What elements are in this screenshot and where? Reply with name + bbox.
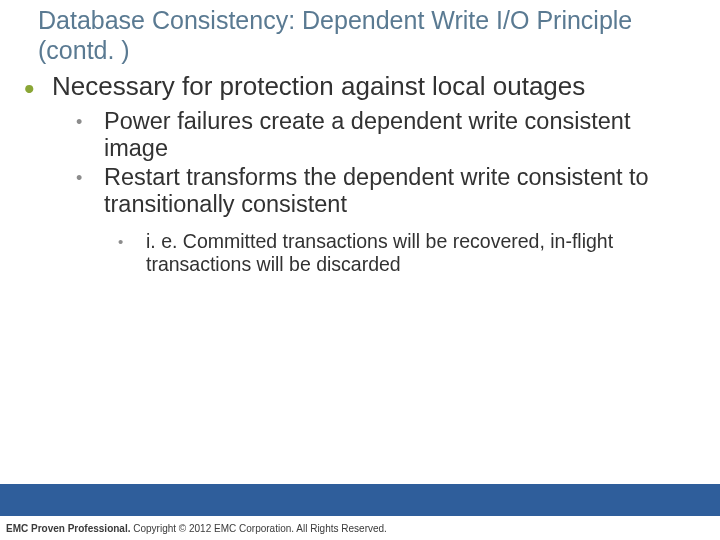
bullet-level-2: • Power failures create a dependent writ…	[76, 108, 694, 162]
slide-body: • Necessary for protection against local…	[24, 72, 694, 277]
bullet-dot-icon: •	[76, 168, 104, 222]
bullet-level-1-text: Necessary for protection against local o…	[52, 72, 585, 102]
slide-title: Database Consistency: Dependent Write I/…	[38, 6, 678, 65]
bullet-level-2: • Restart transforms the dependent write…	[76, 164, 694, 218]
level-3-group: • i. e. Committed transactions will be r…	[118, 230, 694, 277]
footer-rest: Copyright © 2012 EMC Corporation. All Ri…	[133, 523, 387, 534]
bullet-level-2-text: Power failures create a dependent write …	[104, 108, 694, 162]
bullet-level-1: • Necessary for protection against local…	[24, 72, 694, 102]
bullet-level-2-text: Restart transforms the dependent write c…	[104, 164, 694, 218]
footer-brand: EMC Proven Professional.	[6, 523, 133, 534]
level-2-group: • Power failures create a dependent writ…	[76, 108, 694, 277]
footer-accent-bar	[0, 484, 720, 516]
bullet-dot-icon: •	[76, 112, 104, 166]
bullet-dot-icon: •	[24, 74, 52, 104]
slide: Database Consistency: Dependent Write I/…	[0, 0, 720, 540]
bullet-level-3-text: i. e. Committed transactions will be rec…	[146, 230, 694, 277]
footer-copyright: EMC Proven Professional. Copyright © 201…	[6, 523, 387, 534]
bullet-dot-icon: •	[118, 233, 146, 280]
bullet-level-3: • i. e. Committed transactions will be r…	[118, 230, 694, 277]
